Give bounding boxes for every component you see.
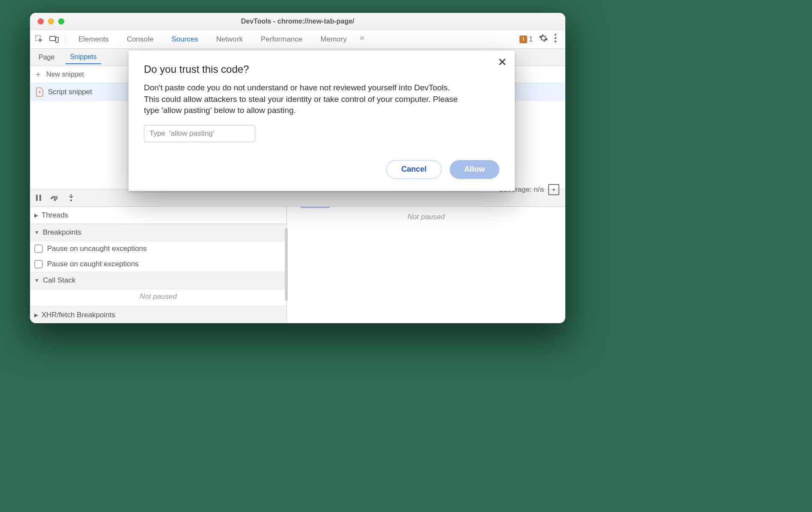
dialog-close-button[interactable]: ✕ — [498, 57, 507, 68]
svg-rect-2 — [56, 37, 58, 42]
pause-caught-row[interactable]: Pause on caught exceptions — [30, 256, 287, 272]
step-over-icon[interactable] — [50, 193, 60, 203]
svg-point-4 — [555, 37, 556, 39]
breakpoints-label: Breakpoints — [43, 228, 81, 237]
section-threads[interactable]: ▶ Threads — [30, 207, 287, 224]
pause-uncaught-row[interactable]: Pause on uncaught exceptions — [30, 241, 287, 256]
snippet-item-label: Script snippet — [48, 88, 92, 96]
pause-icon[interactable] — [33, 193, 44, 203]
svg-rect-6 — [36, 195, 38, 201]
section-breakpoints[interactable]: ▼ Breakpoints — [30, 224, 287, 241]
checkbox-caught[interactable] — [34, 260, 43, 268]
inspect-element-icon[interactable] — [33, 33, 45, 45]
tab-network[interactable]: Network — [211, 33, 248, 46]
debugger-left-pane: ▶ Threads ▼ Breakpoints Pause on uncaugh… — [30, 207, 287, 323]
step-into-icon[interactable] — [66, 193, 76, 203]
threads-label: Threads — [42, 211, 68, 220]
expand-icon: ▼ — [34, 277, 39, 283]
warning-badge[interactable]: ! 1 — [519, 36, 533, 43]
pause-uncaught-label: Pause on uncaught exceptions — [47, 244, 147, 253]
devtools-window: DevTools - chrome://new-tab-page/ Elemen… — [30, 13, 565, 323]
debugger-panes: ▶ Threads ▼ Breakpoints Pause on uncaugh… — [30, 207, 565, 323]
more-tabs-icon[interactable]: » — [360, 33, 364, 46]
tab-console[interactable]: Console — [122, 33, 158, 46]
expand-icon: ▼ — [34, 229, 39, 235]
cancel-button[interactable]: Cancel — [386, 160, 442, 179]
settings-icon[interactable] — [539, 33, 548, 45]
trust-code-dialog: ✕ Do you trust this code? Don't paste co… — [128, 51, 515, 191]
snippet-file-icon — [36, 87, 44, 97]
call-stack-label: Call Stack — [43, 276, 76, 285]
titlebar: DevTools - chrome://new-tab-page/ — [30, 13, 565, 30]
debugger-toolbar — [30, 189, 565, 207]
main-toolbar: Elements Console Sources Network Perform… — [30, 30, 565, 49]
section-call-stack[interactable]: ▼ Call Stack — [30, 272, 287, 289]
allow-pasting-input[interactable] — [144, 125, 255, 142]
svg-point-8 — [54, 199, 56, 201]
svg-rect-1 — [50, 36, 55, 41]
dialog-title: Do you trust this code? — [144, 63, 499, 75]
device-toolbar-icon[interactable] — [48, 33, 60, 45]
tab-sources[interactable]: Sources — [166, 33, 203, 46]
kebab-menu-icon[interactable] — [554, 33, 557, 45]
allow-button[interactable]: Allow — [450, 160, 499, 179]
right-not-paused: Not paused — [287, 207, 565, 221]
subtab-page[interactable]: Page — [34, 51, 59, 64]
section-xhr-fetch[interactable]: ▶ XHR/fetch Breakpoints — [30, 306, 287, 323]
tab-performance[interactable]: Performance — [256, 33, 307, 46]
collapse-icon: ▶ — [34, 312, 38, 318]
tab-memory[interactable]: Memory — [315, 33, 352, 46]
subtab-snippets[interactable]: Snippets — [66, 51, 101, 64]
checkbox-uncaught[interactable] — [34, 244, 43, 253]
collapse-icon: ▶ — [34, 212, 38, 218]
panel-tabs: Elements Console Sources Network Perform… — [71, 33, 517, 46]
coverage-dropdown-icon[interactable] — [548, 184, 559, 195]
warning-icon: ! — [519, 36, 527, 43]
svg-point-5 — [555, 41, 556, 42]
dialog-body: Don't paste code you do not understand o… — [144, 82, 461, 116]
pause-caught-label: Pause on caught exceptions — [47, 260, 139, 268]
svg-rect-7 — [39, 195, 41, 201]
warning-count: 1 — [529, 36, 533, 43]
svg-point-9 — [70, 199, 72, 201]
tab-elements[interactable]: Elements — [73, 33, 114, 46]
plus-icon: ＋ — [33, 68, 43, 80]
call-stack-not-paused: Not paused — [30, 289, 287, 306]
svg-point-3 — [555, 34, 556, 36]
new-snippet-label: New snippet — [46, 71, 84, 78]
debugger-right-pane: Not paused — [287, 207, 565, 323]
window-title: DevTools - chrome://new-tab-page/ — [30, 18, 565, 25]
xhr-fetch-label: XHR/fetch Breakpoints — [42, 311, 115, 319]
